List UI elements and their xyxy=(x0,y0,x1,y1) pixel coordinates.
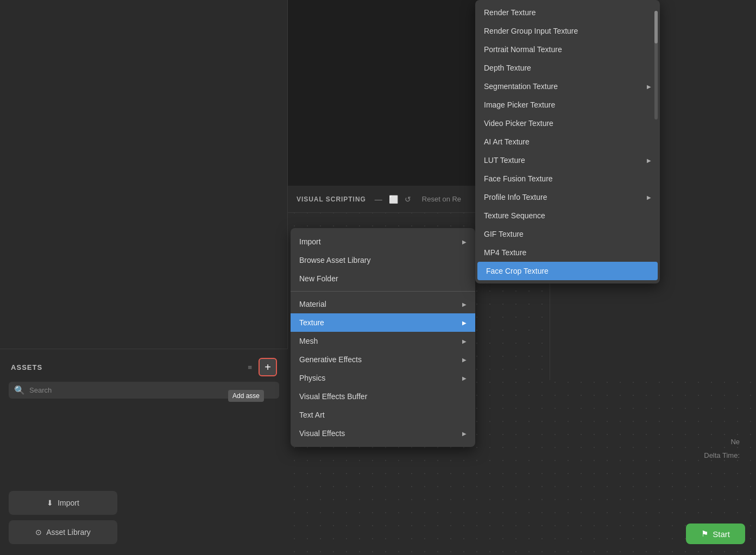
sub-item-render-group[interactable]: Render Group Input Texture xyxy=(475,22,660,40)
dropdown-divider-1 xyxy=(291,291,475,292)
import-button[interactable]: ⬇ Import xyxy=(9,491,117,515)
arrow-profile-info: ▶ xyxy=(647,194,651,200)
menu-item-new-folder[interactable]: New Folder xyxy=(291,269,475,288)
sub-item-depth[interactable]: Depth Texture xyxy=(475,59,660,77)
menu-item-physics[interactable]: Physics ▶ xyxy=(291,369,475,387)
assets-title: ASSETS xyxy=(11,363,42,371)
menu-item-texture[interactable]: Texture ▶ xyxy=(291,313,475,332)
sub-item-profile-info[interactable]: Profile Info Texture ▶ xyxy=(475,188,660,206)
arrow-icon-generative: ▶ xyxy=(462,357,467,363)
menu-item-generative[interactable]: Generative Effects ▶ xyxy=(291,350,475,369)
flag-icon: ⚑ xyxy=(701,529,708,539)
asset-library-button[interactable]: ⊙ Asset Library xyxy=(9,520,117,544)
import-icon: ⬇ xyxy=(47,499,53,507)
arrow-icon-vfx: ▶ xyxy=(462,431,467,437)
vs-header: VISUAL SCRIPTING — ⬜ ↺ Reset on Re xyxy=(288,186,483,213)
menu-item-mesh[interactable]: Mesh ▶ xyxy=(291,332,475,350)
sub-item-face-crop[interactable]: Face Crop Texture xyxy=(477,262,658,280)
texture-submenu: Render Texture Render Group Input Textur… xyxy=(475,0,660,283)
asset-library-label: Asset Library xyxy=(46,528,91,537)
sub-item-ai-art[interactable]: AI Art Texture xyxy=(475,133,660,151)
assets-controls: ≡ + xyxy=(245,358,277,376)
sub-item-face-fusion[interactable]: Face Fusion Texture xyxy=(475,169,660,188)
sub-item-segmentation[interactable]: Segmentation Texture ▶ xyxy=(475,77,660,96)
menu-item-material[interactable]: Material ▶ xyxy=(291,295,475,313)
arrow-icon: ▶ xyxy=(462,239,467,245)
sub-item-gif[interactable]: GIF Texture xyxy=(475,225,660,243)
sub-item-video-picker[interactable]: Video Picker Texture xyxy=(475,114,660,133)
vs-icon-btn-3[interactable]: ↺ xyxy=(405,195,411,204)
sub-item-texture-sequence[interactable]: Texture Sequence xyxy=(475,206,660,225)
assets-section: ASSETS ≡ + 🔍 ⬇ Import ⊙ Asset Library xyxy=(0,349,288,555)
add-asset-button[interactable]: + xyxy=(259,358,277,376)
asset-buttons: ⬇ Import ⊙ Asset Library xyxy=(9,491,117,544)
vs-icons: — ⬜ ↺ Reset on Re xyxy=(375,195,461,204)
add-asset-tooltip: Add asse xyxy=(228,390,264,402)
menu-item-browse[interactable]: Browse Asset Library xyxy=(291,251,475,269)
scrollbar-track[interactable] xyxy=(654,11,658,119)
next-label: Ne xyxy=(730,438,740,446)
plus-icon: + xyxy=(264,361,271,374)
reset-label: Reset on Re xyxy=(422,195,461,204)
sub-item-image-picker[interactable]: Image Picker Texture xyxy=(475,96,660,114)
vs-icon-btn-1[interactable]: — xyxy=(375,195,382,204)
sub-item-portrait-normal[interactable]: Portrait Normal Texture xyxy=(475,40,660,59)
menu-item-text-art[interactable]: Text Art xyxy=(291,406,475,424)
vs-icon-btn-2[interactable]: ⬜ xyxy=(389,195,398,204)
import-label: Import xyxy=(58,499,79,507)
menu-item-import[interactable]: Import ▶ xyxy=(291,232,475,251)
sub-item-mp4[interactable]: MP4 Texture xyxy=(475,243,660,262)
arrow-icon-material: ▶ xyxy=(462,301,467,307)
start-button[interactable]: ⚑ Start xyxy=(686,524,745,544)
assets-header: ASSETS ≡ + xyxy=(0,349,288,382)
delta-area: Delta Time: xyxy=(704,450,740,460)
next-area: Ne xyxy=(730,437,740,446)
menu-item-vfx-buffer[interactable]: Visual Effects Buffer xyxy=(291,387,475,406)
arrow-lut: ▶ xyxy=(647,157,651,163)
delta-label: Delta Time: xyxy=(704,451,740,459)
start-label: Start xyxy=(713,529,730,539)
vs-title: VISUAL SCRIPTING xyxy=(297,195,366,203)
arrow-icon-texture: ▶ xyxy=(462,320,467,326)
arrow-segmentation: ▶ xyxy=(647,84,651,90)
asset-library-icon: ⊙ xyxy=(35,528,42,537)
sub-item-render-texture[interactable]: Render Texture xyxy=(475,3,660,22)
search-icon: 🔍 xyxy=(14,385,25,395)
arrow-icon-physics: ▶ xyxy=(462,375,467,381)
arrow-icon-mesh: ▶ xyxy=(462,338,467,344)
main-dropdown: Import ▶ Browse Asset Library New Folder… xyxy=(291,228,475,447)
filter-icon-button[interactable]: ≡ xyxy=(245,361,254,374)
filter-icon: ≡ xyxy=(248,363,252,371)
sub-item-lut[interactable]: LUT Texture ▶ xyxy=(475,151,660,169)
menu-item-visual-effects[interactable]: Visual Effects ▶ xyxy=(291,424,475,443)
dropdown-section-1: Import ▶ Browse Asset Library New Folder xyxy=(291,231,475,289)
dropdown-section-2: Material ▶ Texture ▶ Mesh ▶ Generative E… xyxy=(291,294,475,444)
scrollbar-thumb xyxy=(654,11,658,43)
